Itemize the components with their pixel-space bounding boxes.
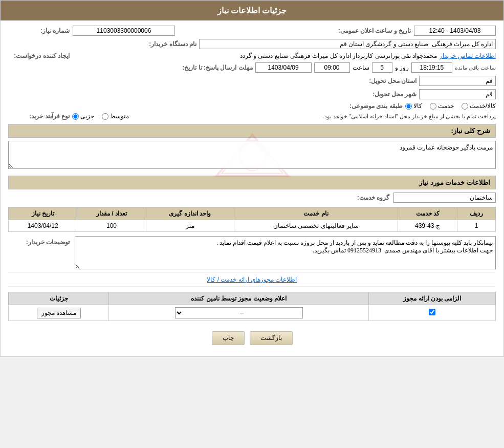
creator-row: اطلاعات تماس خریدار محمدجواد نقی پوراترس… [8,52,496,59]
city-row: شهر محل تحویل: [8,89,496,99]
buyer-org-input[interactable] [199,39,496,49]
time-label: ساعت [353,64,369,71]
col-date: تاریخ نیاز [9,207,77,220]
content-area: تاریخ و ساعت اعلان عمومی: شماره نیاز: نا… [1,20,503,356]
need-number-label: شماره نیاز: [8,27,70,34]
description-textarea[interactable] [8,141,496,169]
permissions-table-wrapper: الزامی بودن ارائه مجوز اعلام وضعیت مجوز … [8,292,496,321]
back-button[interactable]: بازگشت [250,331,293,345]
deadline-row: ساعت باقی مانده روز و ساعت مهلت ارسال پا… [8,62,496,73]
perm-required-checkbox[interactable] [429,309,435,315]
perm-detail-cell: مشاهده مجوز [9,305,109,321]
page-wrapper: جزئیات اطلاعات نیاز تاریخ و ساعت اعلان ع… [0,0,504,357]
perm-required-cell [369,305,496,321]
remaining-time-input[interactable] [411,62,452,73]
process-radio-group: متوسط جزیی [72,113,129,120]
perm-status-select[interactable]: -- [175,307,303,318]
process-motavaset-label: متوسط [110,113,129,120]
cell-code: ج-43-439 [398,220,457,232]
buyer-notes-section: توضیحات خریدار: [8,236,496,269]
perm-table-row: -- مشاهده مجوز [9,305,496,321]
cell-unit: متر [146,220,234,232]
services-title: اطلاعات خدمات مورد نیاز [419,179,490,186]
process-jazzi-item: جزیی [72,113,94,120]
process-motavaset-item: متوسط [102,113,129,120]
deadline-time-input[interactable] [314,62,350,73]
need-number-input[interactable] [73,26,175,36]
permissions-link-row: اطلاعات مجوزهای ارائه خدمت / کالا [8,272,496,287]
permissions-table: الزامی بودن ارائه مجوز اعلام وضعیت مجوز … [8,292,496,321]
description-section-label: شرح کلی نیاز: [451,127,490,135]
cell-name: سایر فعالیتهای تخصصی ساختمان [234,220,398,232]
col-unit: واحد اندازه گیری [146,207,234,220]
buyer-org-label: نام دستگاه خریدار: [135,40,196,48]
cell-date: 1403/04/12 [9,220,77,232]
city-label: شهر محل تحویل: [355,91,417,98]
process-row: پرداخت تمام یا بخشی از مبلغ خریداز محل "… [8,113,496,120]
buyer-notes-label: توضیحات خریدار: [8,236,70,246]
col-rownum: ردیف [457,207,496,220]
days-and-label: روز و [395,64,409,71]
category-khadamat-label: خدمت [438,102,454,110]
perm-col-required: الزامی بودن ارائه مجوز [369,292,496,305]
creator-contact-link[interactable]: اطلاعات تماس خریدار [440,52,496,59]
group-label: گروه خدمت: [328,194,389,201]
group-row: گروه خدمت: [8,193,496,203]
col-code: کد خدمت [398,207,457,220]
creator-value: محمدجواد نقی پوراترسی کاربرداز اداره کل … [72,52,437,59]
deadline-label: مهلت ارسال پاسخ: تا تاریخ: [182,64,252,71]
action-buttons: بازگشت چاپ [8,325,496,351]
announcement-label: تاریخ و ساعت اعلان عمومی: [338,27,411,34]
category-radio-group: کالا/خدمت خدمت کالا [405,102,496,110]
category-kala-label: کالا [413,102,422,110]
remaining-time-label: ساعت باقی مانده [455,65,496,71]
category-khadamat-radio[interactable] [430,103,436,110]
cell-rownum: 1 [457,220,496,232]
category-label: طبقه بندی موضوعی: [341,102,403,110]
cell-quantity: 100 [77,220,146,232]
process-note: پرداخت تمام یا بخشی از مبلغ خریداز محل "… [132,113,496,120]
province-input[interactable] [419,76,496,86]
page-title: جزئیات اطلاعات نیاز [217,6,287,15]
category-kala-khadamat-label: کالا/خدمت [470,102,496,110]
process-jazzi-radio[interactable] [72,113,79,120]
buyer-notes-textarea[interactable] [75,236,496,269]
page-header: جزئیات اطلاعات نیاز [1,1,503,20]
creator-label: ایجاد کننده درخواست: [8,52,70,59]
perm-col-details: جزئیات [9,292,109,305]
description-section-header: شرح کلی نیاز: [8,124,496,138]
buyer-org-row: نام دستگاه خریدار: [8,39,496,49]
group-input[interactable] [393,193,496,203]
print-button[interactable]: چاپ [212,331,245,345]
category-kala-item: کالا [405,102,422,110]
view-permit-button[interactable]: مشاهده مجوز [37,308,81,318]
description-wrapper [8,141,496,172]
category-row: کالا/خدمت خدمت کالا طبقه بندی موضوعی: [8,102,496,110]
process-label: نوع فرآیند خرید: [8,113,70,120]
perm-status-cell: -- [109,305,369,321]
category-kala-radio[interactable] [405,103,412,110]
col-name: نام خدمت [234,207,398,220]
perm-col-status: اعلام وضعیت مجوز توسط نامین کننده [109,292,369,305]
permissions-link[interactable]: اطلاعات مجوزهای ارائه خدمت / کالا [207,276,297,283]
days-input[interactable] [372,62,392,73]
services-table-wrapper: ردیف کد خدمت نام خدمت واحد اندازه گیری ت… [8,207,496,232]
process-jazzi-label: جزیی [80,113,94,120]
col-quantity: تعداد / مقدار [77,207,146,220]
category-kala-khadamat-item: کالا/خدمت [462,102,496,110]
province-label: استان محل تحویل: [355,77,417,84]
announcement-date-input[interactable] [414,26,496,36]
city-input[interactable] [419,89,496,99]
top-info-row: تاریخ و ساعت اعلان عمومی: شماره نیاز: [8,26,496,36]
province-row: استان محل تحویل: [8,76,496,86]
services-table: ردیف کد خدمت نام خدمت واحد اندازه گیری ت… [8,207,496,232]
process-motavaset-radio[interactable] [102,113,108,120]
services-section-header: اطلاعات خدمات مورد نیاز [8,176,496,189]
category-kala-khadamat-radio[interactable] [462,103,468,110]
deadline-date-input[interactable] [255,62,312,73]
services-table-row: 1 ج-43-439 سایر فعالیتهای تخصصی ساختمان … [9,220,496,232]
category-khadamat-item: خدمت [430,102,454,110]
